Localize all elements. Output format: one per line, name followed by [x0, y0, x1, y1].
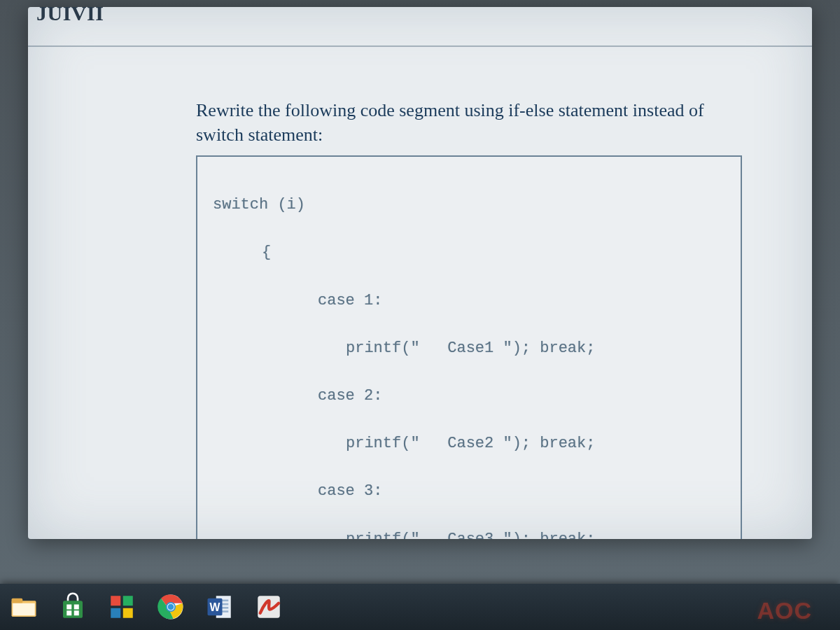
store-icon[interactable] [56, 590, 90, 624]
windows-taskbar[interactable]: W [0, 584, 840, 630]
prompt-line-2: switch statement: [196, 125, 323, 145]
svg-rect-1 [12, 598, 23, 603]
svg-rect-7 [74, 610, 79, 615]
document-page: JUIVII Rewrite the following code segmen… [28, 7, 812, 539]
svg-point-15 [168, 604, 174, 610]
svg-rect-5 [74, 605, 79, 610]
svg-text:W: W [210, 601, 220, 613]
monitor-brand-glow: AOC [757, 597, 812, 624]
svg-rect-3 [63, 601, 83, 618]
svg-rect-2 [13, 603, 35, 616]
windows-tiles-icon[interactable] [105, 590, 139, 624]
chrome-icon[interactable] [154, 590, 188, 624]
cropped-header-text: JUIVII [36, 7, 104, 25]
file-explorer-icon[interactable] [7, 590, 41, 624]
svg-rect-4 [66, 605, 71, 610]
svg-rect-6 [66, 610, 71, 615]
code-line: switch (i) [213, 193, 725, 217]
svg-rect-10 [111, 608, 120, 618]
document-viewport: JUIVII Rewrite the following code segmen… [0, 0, 840, 584]
word-icon[interactable]: W [203, 590, 237, 624]
question-prompt: Rewrite the following code segment using… [196, 98, 742, 147]
monitor-screen: JUIVII Rewrite the following code segmen… [0, 0, 840, 630]
adobe-reader-icon[interactable] [252, 590, 286, 624]
code-line: printf(" Case2 "); break; [213, 432, 725, 456]
svg-rect-8 [111, 596, 120, 606]
code-box: switch (i) { case 1: printf(" Case1 "); … [196, 155, 742, 539]
code-line: case 2: [213, 384, 725, 408]
prompt-line-1: Rewrite the following code segment using… [196, 100, 704, 120]
code-line: case 1: [213, 289, 725, 313]
code-line: case 3: [213, 479, 725, 503]
code-line: printf(" Case1 "); break; [213, 337, 725, 360]
svg-rect-9 [123, 596, 133, 606]
svg-rect-11 [123, 608, 133, 618]
code-line: printf(" Case3 "); break; [213, 528, 725, 539]
code-line: { [213, 241, 725, 265]
question-block: Rewrite the following code segment using… [196, 98, 742, 539]
